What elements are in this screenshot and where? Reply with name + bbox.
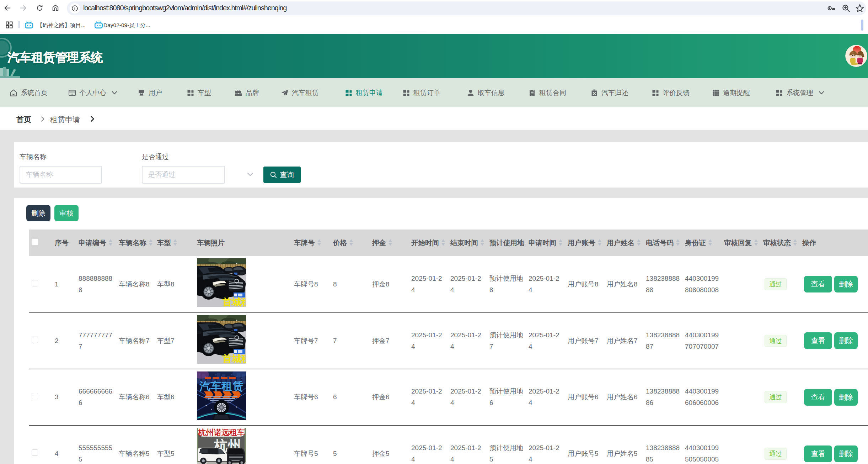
svg-text:汽车租赁: 汽车租赁: [199, 380, 243, 392]
svg-text:首城租车: 首城租车: [222, 297, 246, 307]
svg-text:杭州诺远租车: 杭州诺远租车: [198, 428, 245, 437]
svg-text:首城租车: 首城租车: [222, 353, 246, 364]
